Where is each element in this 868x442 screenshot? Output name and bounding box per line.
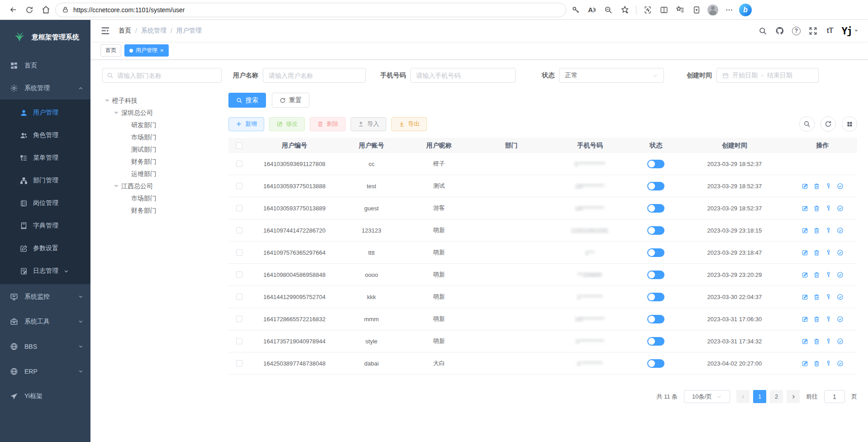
row-reset-password-icon[interactable] (825, 271, 832, 278)
row-checkbox[interactable] (236, 360, 242, 366)
row-assign-role-icon[interactable] (837, 338, 844, 345)
page-button-1[interactable]: 1 (753, 390, 766, 403)
browser-essentials-icon[interactable] (641, 3, 655, 17)
row-checkbox[interactable] (236, 249, 242, 256)
row-assign-role-icon[interactable] (837, 316, 844, 323)
sidebar-item-erp[interactable]: ERP (0, 359, 90, 384)
sidebar-item-role-mgmt[interactable]: 角色管理 (0, 124, 90, 147)
breadcrumb-system[interactable]: 系统管理 (141, 27, 166, 35)
read-aloud-icon[interactable]: A (585, 3, 599, 17)
browser-refresh-icon[interactable] (23, 3, 36, 17)
tree-node[interactable]: 江西总公司 (102, 180, 222, 192)
browser-back-icon[interactable] (6, 3, 20, 17)
app-logo[interactable]: 意框架管理系统 (0, 20, 90, 54)
row-edit-icon[interactable] (802, 294, 808, 300)
row-assign-role-icon[interactable] (837, 294, 844, 300)
collections-icon[interactable] (690, 3, 703, 17)
row-edit-icon[interactable] (802, 360, 808, 367)
row-checkbox[interactable] (236, 316, 242, 322)
row-edit-icon[interactable] (802, 249, 808, 256)
row-edit-icon[interactable] (802, 316, 808, 323)
row-checkbox[interactable] (236, 294, 242, 300)
add-button[interactable]: 新增 (228, 117, 264, 131)
tree-node[interactable]: 财务部门 (102, 204, 222, 217)
date-range-picker[interactable]: 开始日期 - 结束日期 (716, 68, 819, 83)
status-toggle[interactable] (647, 359, 664, 368)
address-bar[interactable]: https://ccnetcore.com:1101/system/user (55, 3, 566, 17)
caret-down-icon[interactable] (114, 185, 119, 190)
row-edit-icon[interactable] (802, 227, 808, 234)
row-reset-password-icon[interactable] (825, 316, 832, 323)
user-avatar[interactable]: Yj (842, 25, 859, 37)
import-button[interactable]: 导入 (351, 117, 386, 131)
browser-menu-icon[interactable] (722, 3, 736, 17)
row-checkbox[interactable] (236, 161, 242, 167)
browser-home-icon[interactable] (39, 3, 52, 17)
status-toggle[interactable] (647, 293, 664, 301)
breadcrumb-user[interactable]: 用户管理 (176, 27, 202, 35)
breadcrumb-home[interactable]: 首页 (119, 27, 131, 35)
page-size-select[interactable]: 10条/页 (684, 390, 730, 403)
row-reset-password-icon[interactable] (825, 338, 832, 345)
sidebar-item-param-settings[interactable]: 参数设置 (0, 237, 90, 260)
github-icon[interactable] (775, 26, 785, 36)
sidebar-item-home[interactable]: 首页 (0, 54, 90, 77)
row-reset-password-icon[interactable] (825, 227, 832, 234)
profile-avatar[interactable] (706, 3, 720, 17)
row-delete-icon[interactable] (813, 360, 820, 367)
tab-user-mgmt[interactable]: 用户管理 × (124, 44, 169, 57)
sidebar-item-yi-framework[interactable]: Yi框架 (0, 384, 90, 409)
status-toggle[interactable] (647, 315, 664, 323)
sidebar-item-dept-mgmt[interactable]: 部门管理 (0, 169, 90, 192)
row-edit-icon[interactable] (802, 338, 808, 345)
favorite-star-icon[interactable] (618, 3, 631, 17)
status-toggle[interactable] (647, 248, 664, 257)
column-settings-button[interactable] (842, 116, 857, 132)
tree-node[interactable]: 研发部门 (102, 119, 222, 131)
tree-node[interactable]: 运维部门 (102, 168, 222, 180)
tree-node[interactable]: 测试部门 (102, 143, 222, 156)
row-reset-password-icon[interactable] (825, 249, 832, 256)
next-page-button[interactable] (787, 390, 800, 403)
sidebar-item-log-mgmt[interactable]: 日志管理 (0, 260, 90, 282)
split-screen-icon[interactable] (657, 3, 671, 17)
row-checkbox[interactable] (236, 338, 242, 344)
edit-button[interactable]: 修改 (269, 117, 305, 131)
sidebar-item-tools[interactable]: 系统工具 (0, 309, 90, 334)
page-button-2[interactable]: 2 (770, 390, 783, 403)
tree-node[interactable]: 市场部门 (102, 192, 222, 204)
row-delete-icon[interactable] (813, 271, 820, 278)
row-checkbox[interactable] (236, 227, 242, 233)
show-search-toggle-button[interactable] (799, 116, 815, 132)
goto-page-input[interactable] (824, 390, 845, 403)
tab-home[interactable]: 首页 (100, 44, 121, 57)
fullscreen-icon[interactable] (808, 26, 818, 36)
favorites-bar-icon[interactable] (674, 3, 687, 17)
caret-down-icon[interactable] (105, 100, 109, 104)
tree-node[interactable]: 深圳总公司 (102, 107, 222, 119)
status-toggle[interactable] (647, 204, 664, 213)
row-assign-role-icon[interactable] (837, 183, 844, 190)
row-edit-icon[interactable] (802, 205, 808, 212)
copilot-bing-icon[interactable]: b (739, 3, 752, 17)
status-select[interactable]: 正常 (559, 68, 664, 83)
tree-node[interactable]: 橙子科技 (102, 95, 222, 107)
header-search-icon[interactable] (758, 26, 768, 36)
username-input[interactable] (263, 68, 366, 83)
prev-page-button[interactable] (736, 390, 749, 403)
status-toggle[interactable] (647, 160, 664, 168)
refresh-table-button[interactable] (821, 116, 836, 132)
row-reset-password-icon[interactable] (825, 205, 832, 212)
sidebar-item-monitor[interactable]: 系统监控 (0, 284, 90, 309)
status-toggle[interactable] (647, 271, 664, 279)
delete-button[interactable]: 删除 (310, 117, 346, 131)
row-delete-icon[interactable] (813, 205, 820, 212)
caret-down-icon[interactable] (114, 112, 119, 116)
font-size-icon[interactable]: tT (825, 26, 835, 36)
close-tab-icon[interactable]: × (160, 48, 164, 53)
collapse-sidebar-icon[interactable] (100, 26, 110, 36)
status-toggle[interactable] (647, 182, 664, 190)
sidebar-item-dict-mgmt[interactable]: 字典管理 (0, 214, 90, 237)
row-assign-role-icon[interactable] (837, 205, 844, 212)
reset-button[interactable]: 重置 (272, 93, 309, 108)
